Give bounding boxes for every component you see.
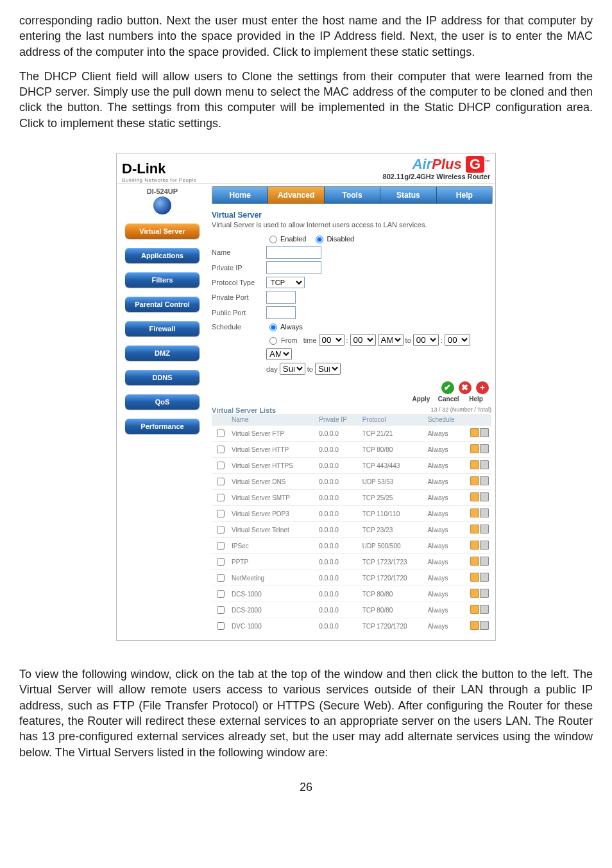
tab-status[interactable]: Status [380,187,436,204]
row-schedule: Always [425,602,467,618]
cancel-icon[interactable]: ✖ [459,381,472,394]
input-public-port[interactable] [266,306,296,319]
delete-icon[interactable] [480,605,489,614]
sidebar-performance[interactable]: Performance [125,419,200,434]
sidebar-parental-control[interactable]: Parental Control [125,297,200,312]
delete-icon[interactable] [480,492,489,501]
row-checkbox[interactable] [217,622,225,630]
select-time-ap2[interactable]: AM [266,348,292,360]
row-checkbox[interactable] [217,574,225,582]
edit-icon[interactable] [470,508,479,517]
delete-icon[interactable] [480,508,489,517]
delete-icon[interactable] [480,589,489,598]
globe-icon [153,196,171,214]
row-checkbox[interactable] [217,590,225,598]
tab-home[interactable]: Home [212,187,268,204]
tab-help[interactable]: Help [437,187,492,204]
sidebar-applications[interactable]: Applications [125,248,200,263]
select-day-to[interactable]: Sun [315,363,341,375]
row-ip: 0.0.0.0 [316,522,359,538]
select-time-ap1[interactable]: AM [378,334,404,346]
table-row: Virtual Server SMTP0.0.0.0TCP 25/25Alway… [212,490,491,506]
row-name: PPTP [229,554,316,570]
page-number: 26 [0,776,612,804]
tab-tools[interactable]: Tools [325,187,380,204]
input-private-port[interactable] [266,291,296,304]
select-time-m2[interactable]: 00 [445,334,470,346]
row-ip: 0.0.0.0 [316,426,359,442]
row-checkbox[interactable] [217,462,225,469]
help-icon[interactable]: + [476,381,489,394]
row-schedule: Always [425,474,467,490]
edit-icon[interactable] [470,557,479,566]
edit-icon[interactable] [470,492,479,501]
label-private-port: Private Port [212,293,266,301]
input-name[interactable] [266,246,321,259]
select-day-from[interactable]: Sun [280,363,305,375]
input-private-ip[interactable] [266,261,321,274]
row-protocol: TCP 1720/1720 [360,618,425,634]
vslist-title: Virtual Server Lists [212,406,276,414]
select-time-h1[interactable]: 00 [319,334,344,346]
vslist-count: 13 / 32 (Number / Total) [431,406,491,413]
row-checkbox[interactable] [217,542,225,550]
sidebar-qos[interactable]: QoS [125,394,200,410]
delete-icon[interactable] [480,525,489,534]
apply-icon[interactable]: ✔ [441,381,454,394]
edit-icon[interactable] [470,589,479,598]
edit-icon[interactable] [470,541,479,550]
radio-enabled[interactable] [269,236,277,243]
row-checkbox[interactable] [217,558,225,566]
delete-icon[interactable] [480,557,489,566]
row-protocol: TCP 110/110 [360,506,425,522]
row-checkbox[interactable] [217,494,225,501]
row-checkbox[interactable] [217,606,225,614]
sidebar-firewall[interactable]: Firewall [125,321,200,336]
delete-icon[interactable] [480,541,489,550]
sidebar-ddns[interactable]: DDNS [125,370,200,385]
edit-icon[interactable] [470,605,479,614]
row-checkbox[interactable] [217,430,225,437]
doc-paragraph-2: The DHCP Client field will allow users t… [19,69,593,131]
row-name: Virtual Server SMTP [229,490,316,506]
edit-icon[interactable] [470,444,479,453]
row-schedule: Always [425,490,467,506]
edit-icon[interactable] [470,621,479,630]
delete-icon[interactable] [480,460,489,469]
select-time-h2[interactable]: 00 [413,334,439,346]
tab-advanced[interactable]: Advanced [268,187,324,204]
edit-icon[interactable] [470,573,479,582]
row-checkbox[interactable] [217,510,225,517]
col-name: Name [229,414,316,426]
delete-icon[interactable] [480,476,489,485]
delete-icon[interactable] [480,444,489,453]
sidebar-dmz[interactable]: DMZ [125,345,200,361]
table-row: Virtual Server HTTP0.0.0.0TCP 80/80Alway… [212,442,491,458]
delete-icon[interactable] [480,573,489,582]
edit-icon[interactable] [470,476,479,485]
sidebar-filters[interactable]: Filters [125,272,200,288]
radio-always[interactable] [269,324,277,331]
radio-disabled[interactable] [316,236,323,243]
select-time-m1[interactable]: 00 [350,334,376,346]
table-row: DVC-10000.0.0.0TCP 1720/1720Always [212,618,491,634]
row-name: Virtual Server DNS [229,474,316,490]
col-schedule: Schedule [425,414,467,426]
radio-from[interactable] [269,337,277,345]
row-checkbox[interactable] [217,526,225,534]
row-protocol: TCP 21/21 [360,426,425,442]
select-protocol[interactable]: TCP [266,277,305,288]
delete-icon[interactable] [480,428,489,437]
edit-icon[interactable] [470,525,479,534]
edit-icon[interactable] [470,460,479,469]
edit-icon[interactable] [470,428,479,437]
row-protocol: TCP 1720/1720 [360,570,425,586]
row-schedule: Always [425,458,467,474]
row-name: NetMeeting [229,570,316,586]
table-row: NetMeeting0.0.0.0TCP 1720/1720Always [212,570,491,586]
delete-icon[interactable] [480,621,489,630]
row-ip: 0.0.0.0 [316,586,359,602]
row-checkbox[interactable] [217,478,225,485]
sidebar-virtual-server[interactable]: Virtual Server [125,223,200,239]
row-checkbox[interactable] [217,446,225,453]
